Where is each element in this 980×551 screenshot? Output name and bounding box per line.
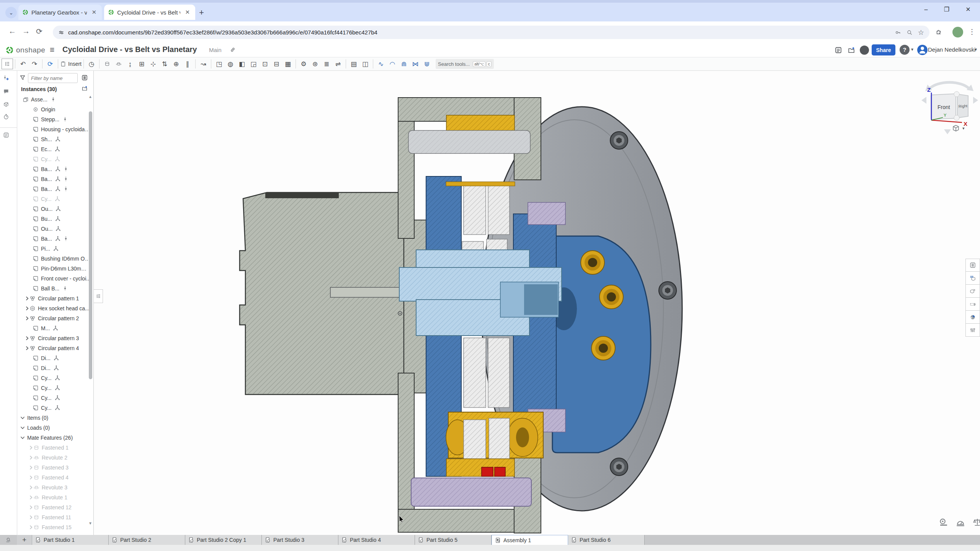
app-store-icon[interactable] (848, 46, 855, 54)
tree-item[interactable]: Circular pattern 2 (17, 313, 91, 323)
tree-item[interactable]: Di... (17, 353, 91, 363)
tree-section[interactable]: Items (0) (17, 413, 91, 423)
document-menu-icon[interactable]: ≡ (50, 45, 54, 54)
tree-item[interactable]: Ou... (17, 204, 91, 214)
versions-icon[interactable] (835, 46, 842, 54)
gold-bushing[interactable] (591, 336, 615, 360)
tree-item[interactable]: Ba... (17, 174, 91, 184)
red-key-part[interactable] (482, 467, 493, 476)
tree-item[interactable]: Bushing ID6mm OD... (17, 254, 91, 264)
panel-scrollbar[interactable]: ▲ ▼ (89, 96, 92, 525)
zoom-icon[interactable] (906, 29, 913, 36)
filter-icon[interactable] (20, 75, 26, 81)
gold-bushing[interactable] (581, 251, 604, 274)
doc-tab-part-studio-4[interactable]: Part Studio 4 (338, 535, 415, 545)
browser-profile-avatar[interactable] (952, 27, 963, 37)
timer-button[interactable] (3, 114, 14, 124)
insert-item-icon[interactable] (82, 85, 88, 91)
share-link-icon[interactable] (230, 47, 236, 53)
screw-relation-button[interactable]: ⇌ (332, 59, 344, 69)
tab-close-icon[interactable]: ✕ (90, 9, 98, 16)
slider-mate-button[interactable]: ↨ (124, 59, 136, 69)
cycloidal-drive-model[interactable] (94, 71, 980, 535)
doc-tab-part-studio-2[interactable]: Part Studio 2 (109, 535, 185, 545)
group-button[interactable]: ⊟ (271, 59, 282, 69)
feature-checklist-button[interactable] (3, 132, 14, 143)
window-close-button[interactable]: ✕ (959, 3, 977, 16)
mate-feature-item[interactable]: Revolute 3 (17, 483, 91, 492)
sync-button[interactable]: ⟳ (44, 59, 56, 69)
compare-button[interactable]: ◫ (359, 59, 371, 69)
pan-right-arrow-icon[interactable] (973, 97, 978, 104)
help-caret-icon[interactable]: ▾ (911, 47, 913, 52)
user-name[interactable]: Dejan Nedelkovski (928, 46, 975, 53)
tree-item[interactable]: Circular pattern 3 (17, 333, 91, 343)
tree-item[interactable]: M... (17, 323, 91, 333)
3d-viewport[interactable] (94, 71, 980, 535)
password-key-icon[interactable] (895, 29, 901, 36)
doc-tab-part-studio-6[interactable]: Part Studio 6 (568, 535, 645, 545)
tree-item[interactable]: Asse... (17, 95, 91, 104)
hex-socket-screw[interactable] (610, 458, 628, 476)
onshape-logo-icon[interactable] (5, 46, 14, 54)
configurations-button[interactable] (965, 324, 980, 337)
named-positions-button[interactable]: ◍ (225, 59, 236, 69)
loft-tool-button[interactable]: ⋈ (410, 59, 421, 69)
tree-item[interactable]: Origin (17, 104, 91, 114)
tree-item[interactable]: Pin-D6mm L30mm ... (17, 264, 91, 274)
tree-item[interactable]: Ba... (17, 234, 91, 244)
tree-item[interactable]: Cy... (17, 403, 91, 413)
redo-button[interactable]: ↷ (29, 59, 40, 69)
protractor-button[interactable] (956, 517, 967, 529)
browser-tab-planetary[interactable]: Planetary Gearbox - vs Belt vs C ✕ (18, 5, 102, 20)
scroll-down-icon[interactable]: ▼ (88, 521, 92, 525)
tape-measure-button[interactable] (939, 517, 950, 529)
tree-item[interactable]: Sh... (17, 134, 91, 144)
mate-feature-item[interactable]: Revolute 1 (17, 492, 91, 502)
tree-item[interactable]: Circular pattern 1 (17, 293, 91, 303)
reload-icon[interactable]: ⟳ (36, 27, 42, 36)
appearance-button[interactable] (965, 311, 980, 324)
part-inspect-button[interactable] (3, 101, 14, 112)
in-context-button[interactable]: ↝ (198, 59, 209, 69)
select-region-button[interactable]: ◳ (213, 59, 225, 69)
doc-tab-assembly-1[interactable]: Assembly 1 (492, 535, 568, 545)
history-button[interactable]: ◷ (86, 59, 97, 69)
edit-in-place-button[interactable]: ◲ (248, 59, 259, 69)
drawing-button[interactable]: ▤ (348, 59, 359, 69)
doc-tab-part-studio-1[interactable]: Part Studio 1 (32, 535, 109, 545)
gear-relation-button[interactable]: ⚙ (298, 59, 309, 69)
mate-feature-item[interactable]: Fastened 1 (17, 443, 91, 453)
address-bar[interactable]: cad.onshape.com/documents/9b72ed390ff567… (53, 26, 929, 39)
tree-item[interactable]: Ou... (17, 224, 91, 234)
parts-list-button[interactable] (965, 285, 980, 298)
mate-feature-item[interactable]: Fastened 12 (17, 502, 91, 512)
help-button[interactable]: ? (900, 45, 910, 55)
ball-mate-button[interactable]: ⊕ (170, 59, 182, 69)
parallel-mate-button[interactable]: ∥ (182, 59, 193, 69)
search-tabs-button[interactable] (0, 535, 17, 545)
sweep-tool-button[interactable]: ⋒ (398, 59, 410, 69)
forward-icon[interactable]: → (22, 27, 30, 36)
tree-item[interactable]: Di... (17, 363, 91, 373)
browser-tab-cycloidal[interactable]: Cycloidal Drive - vs Belt vs Plan ✕ (104, 5, 195, 20)
hex-socket-screw[interactable] (659, 282, 676, 299)
tree-item[interactable]: Cy... (17, 373, 91, 383)
undo-button[interactable]: ↶ (17, 59, 29, 69)
insert-button[interactable]: Insert (60, 59, 82, 69)
tree-item[interactable]: Circular pattern 4 (17, 343, 91, 353)
hex-socket-screw[interactable] (610, 132, 628, 149)
add-tab-button[interactable]: + (17, 535, 32, 545)
feature-list-button[interactable] (965, 259, 980, 272)
tree-item[interactable]: Stepp... (17, 114, 91, 124)
extensions-puzzle-icon[interactable] (936, 29, 942, 35)
search-tools-box[interactable]: Search tools...alt/⌥c (436, 59, 494, 69)
pan-left-arrow-icon[interactable] (921, 97, 926, 104)
scrollbar-thumb[interactable] (89, 111, 92, 379)
filter-input[interactable] (28, 73, 78, 83)
bookmark-star-icon[interactable]: ☆ (918, 28, 924, 37)
mate-connector-add-button[interactable] (3, 75, 14, 85)
workspace-name[interactable]: Main (209, 47, 222, 53)
tree-section[interactable]: Mate Features (26) (17, 433, 91, 443)
cylindrical-mate-button[interactable]: ⊹ (147, 59, 159, 69)
